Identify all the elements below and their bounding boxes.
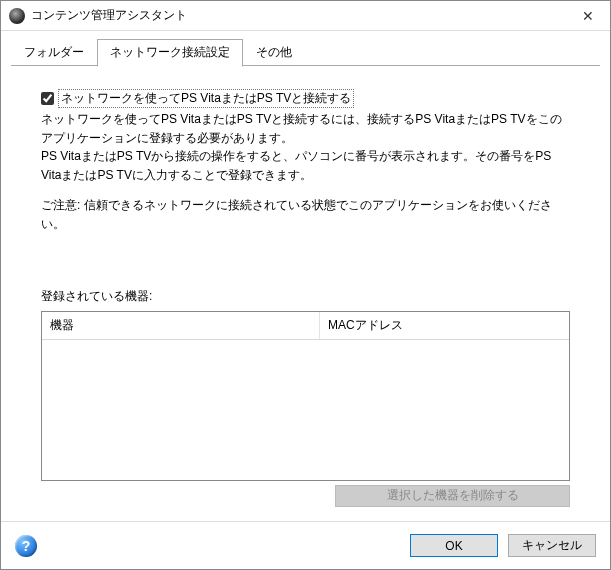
registered-devices-table: 機器 MACアドレス — [41, 311, 570, 481]
help-icon[interactable]: ? — [15, 535, 37, 557]
close-icon: ✕ — [582, 8, 594, 24]
column-header-device[interactable]: 機器 — [42, 312, 320, 339]
table-body[interactable] — [42, 340, 569, 480]
desc-line-1: ネットワークを使ってPS VitaまたはPS TVと接続するには、接続するPS … — [41, 110, 570, 147]
tab-other[interactable]: その他 — [243, 39, 305, 66]
table-header: 機器 MACアドレス — [42, 312, 569, 340]
desc-line-2: PS VitaまたはPS TVから接続の操作をすると、パソコンに番号が表示されま… — [41, 147, 570, 184]
footer: ? OK キャンセル — [1, 521, 610, 569]
app-icon — [9, 8, 25, 24]
tab-folder[interactable]: フォルダー — [11, 39, 97, 66]
tab-network[interactable]: ネットワーク接続設定 — [97, 39, 243, 67]
tabbar: フォルダー ネットワーク接続設定 その他 — [1, 31, 610, 66]
tab-content-network: ネットワークを使ってPS VitaまたはPS TVと接続する ネットワークを使っ… — [1, 67, 610, 521]
network-connect-checkbox-row: ネットワークを使ってPS VitaまたはPS TVと接続する — [41, 89, 570, 108]
window-title: コンテンツ管理アシスタント — [31, 7, 565, 24]
ok-button[interactable]: OK — [410, 534, 498, 557]
cancel-button[interactable]: キャンセル — [508, 534, 596, 557]
help-glyph: ? — [22, 538, 31, 554]
description-text: ネットワークを使ってPS VitaまたはPS TVと接続するには、接続するPS … — [41, 110, 570, 184]
delete-device-button: 選択した機器を削除する — [335, 485, 570, 507]
column-header-mac[interactable]: MACアドレス — [320, 312, 569, 339]
close-button[interactable]: ✕ — [565, 1, 610, 31]
registered-devices-label: 登録されている機器: — [41, 288, 570, 305]
network-connect-checkbox-label[interactable]: ネットワークを使ってPS VitaまたはPS TVと接続する — [58, 89, 354, 108]
window: コンテンツ管理アシスタント ✕ フォルダー ネットワーク接続設定 その他 ネット… — [0, 0, 611, 570]
titlebar: コンテンツ管理アシスタント ✕ — [1, 1, 610, 31]
network-connect-checkbox[interactable] — [41, 92, 54, 105]
notice-text: ご注意: 信頼できるネットワークに接続されている状態でこのアプリケーションをお使… — [41, 196, 570, 233]
